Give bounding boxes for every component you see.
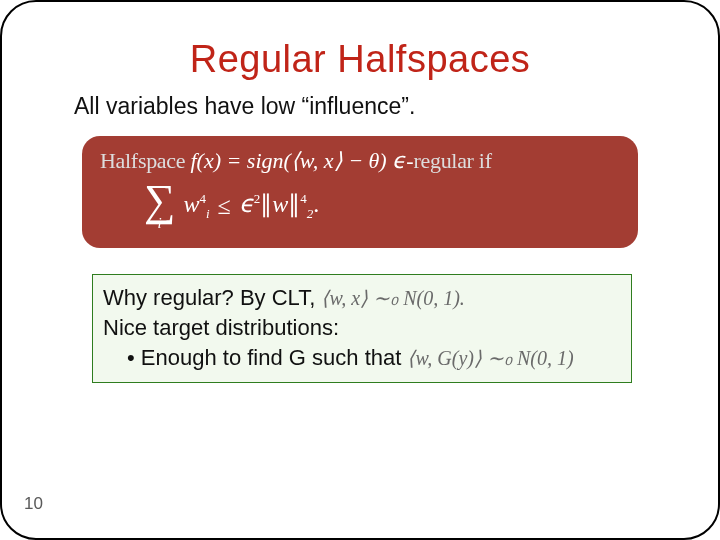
remark-line-1: Why regular? By CLT, ⟨w, x⟩ ∼₀ N(0, 1). [103, 283, 619, 313]
remark-box: Why regular? By CLT, ⟨w, x⟩ ∼₀ N(0, 1). … [92, 274, 632, 383]
leq: ≤ [218, 193, 231, 220]
lhs-sub: i [206, 205, 210, 220]
sum-symbol: ∑ i [144, 182, 175, 230]
sigma-icon: ∑ [144, 182, 175, 219]
remark-1-math: ⟨w, x⟩ ∼₀ N(0, 1). [321, 287, 464, 309]
slide-title: Regular Halfspaces [2, 38, 718, 81]
remark-3-math: ⟨w, G(y)⟩ ∼₀ N(0, 1) [407, 347, 573, 369]
eps: ϵ [239, 191, 254, 217]
def-trail: regular if [413, 148, 491, 173]
period: . [313, 191, 319, 217]
definition-line-1: Halfspace f(x) = sign(⟨w, x⟩ − θ) ϵ-regu… [100, 148, 620, 174]
remark-line-3: • Enough to find G such that ⟨w, G(y)⟩ ∼… [127, 343, 619, 373]
remark-line-2: Nice target distributions: [103, 313, 619, 343]
definition-inequality: ∑ i w4i ≤ ϵ2∥w∥42. [144, 182, 620, 230]
definition-box: Halfspace f(x) = sign(⟨w, x⟩ − θ) ϵ-regu… [82, 136, 638, 248]
def-fx: f(x) = sign(⟨w, x⟩ − θ) [190, 148, 386, 173]
lhs-term: w4i [183, 191, 209, 222]
remark-1a: Why regular? By CLT, [103, 285, 321, 310]
slide-subtitle: All variables have low “influence”. [74, 93, 718, 120]
norm-sup: 4 [300, 191, 307, 206]
norm-open: ∥ [260, 191, 272, 217]
lhs-sup: 4 [199, 191, 206, 206]
slide-frame: Regular Halfspaces All variables have lo… [0, 0, 720, 540]
lhs-base: w [183, 191, 199, 217]
def-lead: Halfspace [100, 148, 190, 173]
norm-w: w [272, 191, 288, 217]
norm-close: ∥ [288, 191, 300, 217]
remark-3a: • Enough to find G such that [127, 345, 407, 370]
sum-index: i [158, 217, 162, 230]
rhs-term: ϵ2∥w∥42. [239, 190, 320, 222]
page-number: 10 [24, 494, 43, 514]
def-eps: ϵ- [387, 148, 414, 173]
